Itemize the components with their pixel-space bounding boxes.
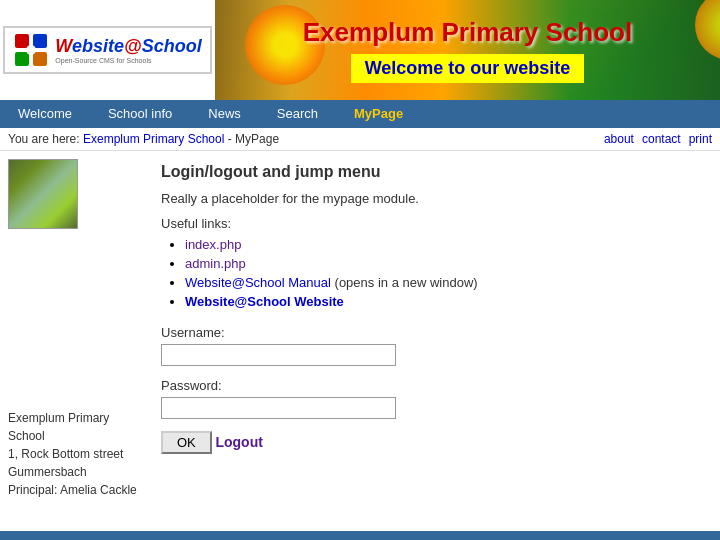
password-input[interactable]: [161, 397, 396, 419]
ok-button[interactable]: OK: [161, 431, 212, 454]
school-city: Gummersbach: [8, 463, 137, 481]
logo-text-container: Website@School Open-Source CMS for Schoo…: [55, 36, 201, 64]
svg-rect-2: [15, 52, 29, 66]
sidebar-image: [8, 159, 78, 229]
svg-rect-0: [15, 34, 29, 48]
logo-area: Website@School Open-Source CMS for Schoo…: [0, 0, 215, 100]
school-address-1: 1, Rock Bottom street: [8, 445, 137, 463]
breadcrumb-current: MyPage: [235, 132, 279, 146]
contact-link[interactable]: contact: [642, 132, 681, 146]
useful-links-label: Useful links:: [161, 216, 704, 231]
nav-school-info[interactable]: School info: [90, 100, 190, 128]
header: Website@School Open-Source CMS for Schoo…: [0, 0, 720, 100]
banner-subtitle-text: Welcome to our website: [365, 58, 571, 78]
logo-text: Website@School: [55, 36, 201, 57]
breadcrumb-school-link[interactable]: Exemplum Primary School: [83, 132, 224, 146]
school-principal: Principal: Amelia Cackle: [8, 481, 137, 499]
logo-box: Website@School Open-Source CMS for Schoo…: [3, 26, 211, 74]
new-window-note: (opens in a new window): [335, 275, 478, 290]
placeholder-text: Really a placeholder for the mypage modu…: [161, 191, 704, 206]
main-layout: Exemplum Primary School 1, Rock Bottom s…: [0, 151, 720, 531]
logo-subtext: Open-Source CMS for Schools: [55, 57, 201, 64]
nav-news[interactable]: News: [190, 100, 259, 128]
sidebar-info: Exemplum Primary School 1, Rock Bottom s…: [8, 409, 137, 499]
list-item: index.php: [185, 237, 704, 252]
page-title: Login/logout and jump menu: [161, 163, 704, 181]
school-name: Exemplum Primary School: [8, 409, 137, 445]
logo-icon: [13, 32, 49, 68]
manual-link[interactable]: Website@School Manual: [185, 275, 331, 290]
list-item: Website@School Website: [185, 294, 704, 309]
content: Login/logout and jump menu Really a plac…: [145, 151, 720, 531]
breadcrumb: You are here: Exemplum Primary School - …: [8, 132, 279, 146]
navbar: Welcome School info News Search MyPage: [0, 100, 720, 128]
header-banner: Exemplum Primary School Welcome to our w…: [215, 0, 720, 100]
breadcrumb-prefix: You are here:: [8, 132, 80, 146]
password-label: Password:: [161, 378, 704, 393]
about-link[interactable]: about: [604, 132, 634, 146]
banner-title: Exemplum Primary School: [303, 17, 632, 48]
username-input[interactable]: [161, 344, 396, 366]
svg-rect-1: [33, 34, 47, 48]
logout-link[interactable]: Logout: [215, 434, 262, 450]
svg-point-4: [26, 45, 36, 55]
breadcrumb-separator: -: [228, 132, 235, 146]
links-list: index.php admin.php Website@School Manua…: [185, 237, 704, 309]
nav-mypage[interactable]: MyPage: [336, 100, 421, 128]
nav-welcome[interactable]: Welcome: [0, 100, 90, 128]
website-link[interactable]: Website@School Website: [185, 294, 344, 309]
footer: principal: Amelia Cackle | disclaimer | …: [0, 531, 720, 540]
banner-subtitle-box: Welcome to our website: [351, 54, 585, 83]
username-label: Username:: [161, 325, 704, 340]
index-php-link[interactable]: index.php: [185, 237, 241, 252]
svg-rect-3: [33, 52, 47, 66]
sidebar: Exemplum Primary School 1, Rock Bottom s…: [0, 151, 145, 531]
breadcrumb-bar: You are here: Exemplum Primary School - …: [0, 128, 720, 151]
nav-search[interactable]: Search: [259, 100, 336, 128]
list-item: Website@School Manual (opens in a new wi…: [185, 275, 704, 290]
print-link[interactable]: print: [689, 132, 712, 146]
top-links: about contact print: [604, 132, 712, 146]
list-item: admin.php: [185, 256, 704, 271]
admin-php-link[interactable]: admin.php: [185, 256, 246, 271]
